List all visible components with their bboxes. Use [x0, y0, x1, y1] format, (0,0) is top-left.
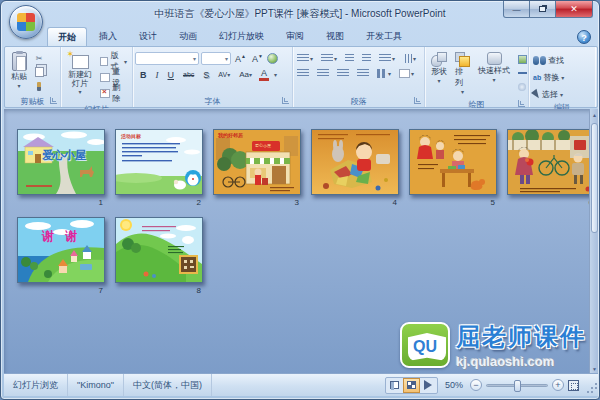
- shape-effects-icon: [518, 83, 526, 91]
- find-button[interactable]: 查找: [531, 53, 566, 67]
- convert-smartart-button[interactable]: ▾: [397, 68, 416, 79]
- clear-formatting-icon[interactable]: [267, 53, 278, 64]
- shrink-font-button[interactable]: A▼: [250, 53, 265, 64]
- font-family-select[interactable]: ▾: [135, 52, 199, 65]
- text-shadow-button[interactable]: S: [201, 70, 211, 80]
- columns-button[interactable]: ▾: [375, 68, 393, 79]
- restore-button[interactable]: [529, 1, 556, 18]
- grow-font-button[interactable]: A▲: [233, 53, 248, 64]
- vertical-scrollbar[interactable]: ▲ ▼: [589, 109, 598, 375]
- tab-design[interactable]: 设计: [129, 27, 167, 46]
- tab-view[interactable]: 视图: [316, 27, 354, 46]
- slide-thumbnail-8[interactable]: 8: [115, 217, 203, 283]
- smartart-icon: [399, 69, 410, 78]
- scroll-down-icon[interactable]: ▼: [592, 366, 597, 372]
- normal-view-icon: [390, 381, 399, 389]
- normal-view-button[interactable]: [386, 378, 403, 393]
- align-right-button[interactable]: [335, 68, 351, 79]
- bold-button[interactable]: B: [138, 70, 149, 80]
- delete-slide-button[interactable]: 删除: [98, 86, 129, 100]
- replace-icon: ab: [533, 74, 541, 81]
- zoom-level[interactable]: 50%: [442, 380, 466, 390]
- cut-button[interactable]: ✂: [32, 52, 46, 64]
- scroll-up-icon[interactable]: ▲: [592, 112, 597, 118]
- select-button[interactable]: 选择▾: [531, 87, 565, 101]
- tab-slideshow[interactable]: 幻灯片放映: [209, 27, 274, 46]
- slide-sorter-button[interactable]: [403, 378, 420, 393]
- font-size-select[interactable]: ▾: [201, 52, 231, 65]
- italic-button[interactable]: I: [154, 70, 161, 80]
- tab-insert[interactable]: 插入: [89, 27, 127, 46]
- line-spacing-button[interactable]: ▾: [377, 53, 397, 64]
- tab-developer[interactable]: 开发工具: [356, 27, 412, 46]
- change-case-button[interactable]: Aa▾: [237, 70, 254, 79]
- fit-to-window-button[interactable]: [568, 380, 579, 391]
- zoom-slider[interactable]: [486, 384, 548, 387]
- align-center-button[interactable]: [315, 68, 331, 79]
- decrease-indent-button[interactable]: [343, 53, 356, 64]
- zoom-out-button[interactable]: −: [470, 379, 482, 391]
- slideshow-button[interactable]: [420, 378, 437, 393]
- ribbon-tab-row: 开始 插入 设计 动画 幻灯片放映 审阅 视图 开发工具: [47, 27, 579, 46]
- find-icon: [533, 56, 546, 65]
- shape-fill-button[interactable]: [515, 53, 529, 65]
- slide-sorter-area[interactable]: 爱心小屋 1 活动目标 2: [4, 109, 598, 375]
- view-buttons: [385, 377, 438, 394]
- slide-thumbnail-2[interactable]: 活动目标 2: [115, 129, 203, 195]
- clipboard-dialog-launcher[interactable]: [50, 97, 57, 104]
- copy-button[interactable]: [32, 66, 46, 78]
- decrease-indent-icon: [345, 54, 354, 63]
- slide-thumbnail-4[interactable]: 4: [311, 129, 399, 195]
- quick-styles-button[interactable]: 快速样式▾: [474, 49, 514, 86]
- slide-thumbnail-5[interactable]: 5: [409, 129, 497, 195]
- new-slide-button[interactable]: 新建幻灯片▾: [63, 49, 97, 98]
- arrange-button[interactable]: 排列▾: [451, 49, 474, 98]
- close-button[interactable]: ✕: [555, 1, 593, 18]
- paste-button[interactable]: 粘贴▾: [7, 49, 31, 92]
- slide-thumbnail-1[interactable]: 爱心小屋 1: [17, 129, 105, 195]
- strikethrough-button[interactable]: abc: [181, 71, 196, 78]
- numbering-button[interactable]: ▾: [319, 53, 339, 64]
- zoom-slider-thumb[interactable]: [514, 380, 521, 392]
- bullets-button[interactable]: ▾: [295, 53, 315, 64]
- resize-grip[interactable]: [585, 381, 594, 390]
- text-direction-icon: [403, 54, 412, 63]
- office-button[interactable]: [9, 5, 43, 39]
- bullets-icon: [297, 54, 309, 63]
- increase-indent-button[interactable]: [360, 53, 373, 64]
- paragraph-dialog-launcher[interactable]: [414, 97, 421, 104]
- shape-outline-button[interactable]: [515, 67, 529, 79]
- zoom-in-button[interactable]: +: [552, 379, 564, 391]
- character-spacing-button[interactable]: AV▾: [216, 71, 232, 78]
- drawing-dialog-launcher[interactable]: [518, 100, 525, 107]
- slide-1-art: [18, 130, 104, 194]
- font-dialog-launcher[interactable]: [282, 97, 289, 104]
- slide-4-art: [312, 130, 398, 194]
- language-status[interactable]: 中文(简体，中国): [124, 374, 212, 396]
- align-left-button[interactable]: [295, 68, 311, 79]
- slide-thumbnail-6[interactable]: 6: [507, 129, 595, 195]
- tab-home[interactable]: 开始: [47, 27, 87, 46]
- shapes-button[interactable]: 形状▾: [427, 49, 451, 87]
- shape-fill-icon: [518, 55, 527, 64]
- slide-thumbnail-7[interactable]: 谢 谢 7: [17, 217, 105, 283]
- slide-number: 2: [197, 198, 201, 207]
- scrollbar-thumb[interactable]: [591, 123, 598, 233]
- tab-review[interactable]: 审阅: [276, 27, 314, 46]
- group-slides: 新建幻灯片▾ 版式▾ 重设 删除 幻灯片: [61, 47, 133, 107]
- help-button[interactable]: ?: [577, 30, 591, 44]
- theme-status: "Kimono": [68, 374, 124, 396]
- minimize-button[interactable]: —: [503, 1, 530, 18]
- slide-number: 7: [99, 286, 103, 295]
- slide-thumbnail-3[interactable]: 我的好邻居 爱心小屋 3: [213, 129, 301, 195]
- text-direction-button[interactable]: ▾: [401, 53, 418, 64]
- font-color-button[interactable]: A: [259, 68, 269, 81]
- underline-button[interactable]: U: [166, 70, 177, 80]
- format-painter-button[interactable]: [32, 80, 46, 92]
- slide-5-art: [410, 130, 496, 194]
- replace-button[interactable]: ab替换▾: [531, 70, 566, 84]
- slide-3-art: [214, 130, 300, 194]
- shape-effects-button[interactable]: [515, 81, 529, 93]
- tab-animations[interactable]: 动画: [169, 27, 207, 46]
- justify-button[interactable]: [355, 68, 371, 79]
